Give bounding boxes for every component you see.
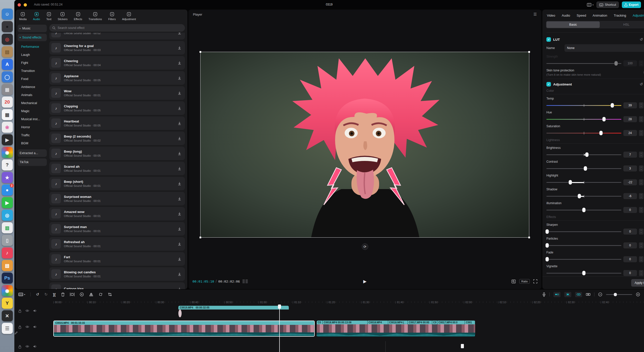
dock-app-icon[interactable]: Y (2, 298, 13, 309)
dock-app-icon[interactable]: ▥ (2, 222, 13, 233)
inspector-tab[interactable]: Speed (577, 14, 586, 17)
stepper-icon[interactable]: ⌃⌄ (639, 102, 643, 108)
sound-effect-item[interactable]: ♪ Refreshed ah Official Sound Studio · 0… (49, 237, 185, 251)
download-icon[interactable] (178, 167, 181, 170)
download-icon[interactable] (178, 242, 181, 246)
dock-app-icon[interactable]: ◎ (2, 34, 13, 45)
asset-tab[interactable]: Stickers (58, 12, 67, 21)
sound-category-item[interactable]: Musical inst... (18, 115, 47, 123)
asset-tab[interactable]: Filters (108, 12, 116, 21)
slider-thumb[interactable] (602, 117, 606, 121)
sidebar-item-sound-effects[interactable]: ▾ Sound effects (18, 34, 47, 41)
download-icon[interactable] (178, 46, 181, 50)
sound-category-item[interactable]: Transition (18, 67, 47, 75)
lut-checkbox[interactable]: ✓ (546, 37, 551, 42)
track-options-button[interactable]: ▾ (18, 293, 25, 296)
inspector-tab[interactable]: Tracking (614, 14, 626, 17)
adjustment-slider[interactable] (546, 180, 621, 185)
redo-icon[interactable]: ↻ (45, 292, 48, 297)
adjustment-slider[interactable] (546, 166, 621, 171)
dock-app-icon[interactable]: ▤ (2, 46, 13, 57)
stepper-icon[interactable]: ⌃⌄ (639, 229, 643, 235)
rotate-icon[interactable] (99, 292, 103, 296)
sound-effect-item[interactable]: ♪ Beep (long) Official Sound Studio · 00… (49, 147, 185, 160)
segment-option[interactable]: HSL (600, 21, 644, 28)
download-icon[interactable] (178, 76, 181, 80)
clip-segment-label[interactable]: C0018.MP4 (368, 321, 388, 324)
dock-app-icon[interactable]: ▤ (2, 260, 13, 271)
clip-segment-label[interactable]: C0018.MP4 ( (388, 321, 408, 324)
player-menu-icon[interactable]: ☰ (534, 12, 537, 17)
adjustment-slider[interactable] (546, 117, 621, 121)
download-icon[interactable] (178, 61, 181, 65)
fit-screen-icon[interactable] (511, 279, 516, 284)
inspector-tab[interactable]: Adjustment (633, 14, 644, 17)
dock-app-icon[interactable]: ● 2 (2, 185, 13, 196)
reset-icon[interactable]: ↺ (640, 37, 643, 42)
slider-thumb[interactable] (545, 257, 549, 261)
sound-category-item[interactable]: Traffic (18, 131, 47, 139)
dock-app-icon[interactable]: Ps (2, 273, 13, 284)
eye-icon[interactable] (25, 325, 29, 328)
slider-value[interactable]: -6 (623, 193, 637, 199)
reset-icon[interactable]: ↺ (640, 82, 643, 86)
dock-app-icon[interactable]: ▶ (2, 134, 13, 145)
slider-thumb[interactable] (584, 166, 587, 171)
dock-app-icon[interactable]: ☰ (2, 323, 13, 334)
clip-group[interactable]: C0C0018.MP4 00:00:13:08C0018.MP4C0018.MP… (317, 321, 475, 337)
slider-value[interactable]: -22 (623, 179, 637, 185)
slider-thumb[interactable] (582, 208, 585, 212)
sound-effect-item[interactable]: ♪ Fart Official Sound Studio · 00:01 (49, 252, 185, 266)
slider-value[interactable]: 3 (623, 165, 637, 171)
download-icon[interactable] (178, 91, 181, 95)
sound-category-item[interactable]: BGM (18, 139, 47, 147)
slider-value[interactable]: 0 (623, 256, 637, 262)
slider-value[interactable]: 0 (623, 270, 637, 276)
transform-handle[interactable] (199, 51, 201, 53)
link-toggle[interactable] (575, 292, 582, 297)
search-input[interactable]: Search sound effect (49, 24, 185, 32)
sound-category-item[interactable]: Ambience (18, 83, 47, 91)
transform-handle[interactable] (199, 237, 201, 238)
magnetic-snap-toggle[interactable] (553, 292, 560, 297)
download-icon[interactable] (178, 121, 181, 125)
sound-effect-item[interactable]: ♪ Cartoon kiss (49, 282, 185, 289)
download-icon[interactable] (178, 257, 181, 261)
timeline-ruler[interactable]: 00:00 00:10 00:20 00:30 00:40 00:50 01:0… (53, 299, 644, 305)
clip-segment-label[interactable]: C0017.MP4 00:00 (408, 321, 432, 324)
play-button[interactable]: ▶ (363, 279, 367, 284)
adjustment-checkbox[interactable]: ✓ (546, 82, 551, 86)
playhead-handle[interactable] (278, 304, 281, 309)
mute-icon[interactable] (33, 345, 37, 348)
sound-effect-item[interactable]: ♪ Heartbeat Official Sound Studio · 00:0… (49, 116, 185, 130)
download-icon[interactable] (178, 137, 181, 140)
download-icon[interactable] (178, 182, 181, 186)
stepper-icon[interactable]: ⌃⌄ (639, 60, 643, 66)
mute-icon[interactable] (33, 325, 37, 328)
stepper-icon[interactable]: ⌃⌄ (639, 152, 643, 158)
strength-slider[interactable] (546, 61, 621, 66)
asset-tab[interactable]: Effects (74, 12, 82, 21)
asset-tab[interactable]: Transitions (89, 12, 102, 21)
stepper-icon[interactable]: ⌃⌄ (639, 270, 643, 276)
tiny-audio-clip[interactable] (461, 344, 464, 348)
dock-app-icon[interactable]: ♪ (2, 247, 13, 258)
dock-app-icon[interactable]: ◎ (2, 210, 13, 221)
slider-value[interactable]: 0 (623, 242, 637, 248)
asset-tab[interactable]: Adjustment (122, 12, 136, 21)
sound-effect-item[interactable]: ♪ Blowing out candles Official Sound Stu… (49, 267, 185, 281)
shortcut-button[interactable]: Shortcut (596, 2, 619, 8)
sidebar-pinned-item[interactable]: Extracted a... (18, 149, 47, 157)
export-button[interactable]: Export (622, 2, 641, 8)
sound-effect-item[interactable]: ♪ Applause Official Sound Studio · 00:05 (49, 71, 185, 85)
dock-app-icon[interactable]: ◉ (2, 285, 13, 296)
ratio-button[interactable]: Ratio (519, 279, 530, 284)
dock-app-icon[interactable]: ★ (2, 172, 13, 183)
sound-effect-item[interactable]: ♪ Scared ah Official Sound Studio · 00:0… (49, 162, 185, 175)
download-icon[interactable] (178, 227, 181, 231)
dock-app-icon[interactable]: ? (2, 159, 13, 170)
split-icon[interactable]: ][ (53, 292, 56, 297)
adjustment-slider[interactable] (546, 194, 621, 198)
lock-icon[interactable] (18, 309, 21, 313)
slider-value[interactable]: 0 (623, 207, 637, 213)
